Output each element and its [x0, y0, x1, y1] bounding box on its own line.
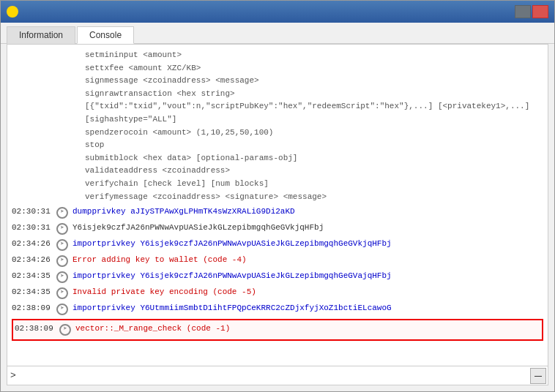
send-button[interactable]: — [530, 368, 546, 384]
log-text: importprivkey Y6UtmmiimSmbtD1ihtFPQpCeKR… [72, 302, 543, 314]
log-entry: 02:34:35➤importprivkey Y6isjek9czfJA26nP… [12, 269, 543, 285]
input-bar: > — [7, 366, 548, 385]
log-entry: 02:34:35➤Invalid private key encoding (c… [12, 285, 543, 301]
tab-information[interactable]: Information [7, 26, 75, 44]
log-time: 02:38:09 [12, 302, 52, 314]
console-output[interactable]: setmininput <amount>settxfee <amount XZC… [7, 45, 548, 366]
close-button[interactable] [532, 5, 548, 18]
log-arrow-icon: ➤ [55, 270, 70, 284]
log-text: Invalid private key encoding (code -5) [72, 286, 543, 298]
log-entry: 02:38:09➤vector::_M_range_check (code -1… [12, 319, 543, 341]
title-bar-left [7, 6, 23, 18]
help-block: setmininput <amount>settxfee <amount XZC… [12, 48, 543, 205]
app-icon [7, 6, 18, 18]
log-text: dumpprivkey aJIySTPAwXgLPHmTK4sWzXRALiG9… [72, 206, 543, 218]
console-input[interactable] [19, 366, 530, 385]
log-arrow-icon: ➤ [55, 302, 70, 317]
log-arrow-icon: ➤ [58, 323, 72, 337]
tab-console[interactable]: Console [77, 26, 134, 44]
log-time: 02:34:35 [12, 270, 52, 282]
log-time: 02:34:26 [12, 238, 52, 250]
log-entry: 02:34:26➤Error adding key to wallet (cod… [12, 253, 543, 269]
help-button[interactable] [515, 5, 531, 18]
log-arrow-icon: ➤ [55, 238, 70, 252]
content-area: setmininput <amount>settxfee <amount XZC… [7, 44, 548, 385]
log-text: Error adding key to wallet (code -4) [72, 254, 543, 266]
log-text: Y6isjek9czfJA26nPWNwAvpUASieJkGLzepibmgq… [72, 222, 543, 234]
log-arrow-icon: ➤ [55, 222, 70, 236]
log-entry: 02:38:09➤importprivkey Y6UtmmiimSmbtD1ih… [12, 301, 543, 317]
log-text: importprivkey Y6isjek9czfJA26nPWNwAvpUAS… [72, 270, 543, 282]
log-text: importprivkey Y6isjek9czfJA26nPWNwAvpUAS… [72, 238, 543, 250]
log-time: 02:30:31 [12, 206, 52, 218]
log-arrow-icon: ➤ [55, 286, 70, 301]
input-prompt: > [7, 370, 19, 381]
log-arrow-icon: ➤ [55, 206, 70, 220]
log-text: vector::_M_range_check (code -1) [75, 323, 540, 335]
log-time: 02:34:35 [12, 286, 52, 298]
title-bar-buttons [515, 5, 548, 18]
log-time: 02:30:31 [12, 222, 52, 234]
log-time: 02:38:09 [15, 323, 55, 335]
log-entry: 02:34:26➤importprivkey Y6isjek9czfJA26nP… [12, 237, 543, 253]
log-entry: 02:30:31➤dumpprivkey aJIySTPAwXgLPHmTK4s… [12, 205, 543, 221]
tab-bar: Information Console [1, 23, 554, 44]
log-arrow-icon: ➤ [55, 254, 70, 268]
log-entry: 02:30:31➤Y6isjek9czfJA26nPWNwAvpUASieJkG… [12, 221, 543, 237]
title-bar [1, 1, 554, 23]
log-time: 02:34:26 [12, 254, 52, 266]
debug-window: Information Console setmininput <amount>… [0, 0, 555, 392]
